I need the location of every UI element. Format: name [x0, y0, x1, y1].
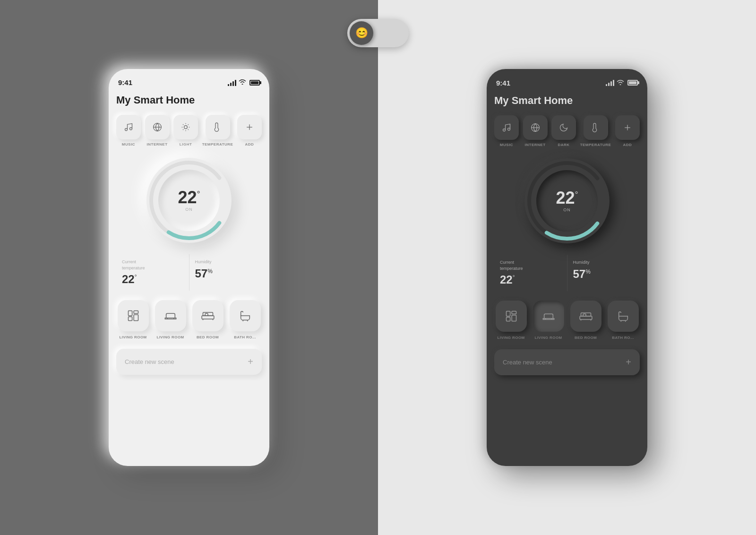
battery-fill-light [251, 81, 258, 84]
room-icon-bath-dark [608, 301, 639, 332]
room-bedroom-light[interactable]: BED ROOM [191, 300, 224, 339]
create-scene-light[interactable]: Create new scene + [116, 349, 262, 375]
sensor-humidity-label-dark: Humidity [573, 259, 635, 266]
room-label-bedroom-dark: BED ROOM [575, 336, 597, 340]
toggle-knob: 😊 [350, 21, 373, 45]
svg-rect-10 [202, 316, 214, 319]
bar1 [228, 84, 229, 86]
sensor-humidity-dark: Humidity 57% [567, 255, 640, 291]
temp-icon-light [206, 115, 230, 139]
thermostat-inner-light: 22° ON [158, 170, 220, 231]
svg-point-1 [130, 128, 132, 130]
dark-bar2 [608, 83, 610, 86]
thermostat-outer-dark: 22° ON [524, 158, 610, 243]
svg-rect-9 [134, 315, 138, 321]
room-living1-light[interactable]: LIVING ROOM [116, 300, 150, 339]
music-icon-dark [494, 115, 519, 140]
qa-temp-label-dark: TEMPERATURE [580, 143, 611, 147]
room-label-living2-light: LIVING ROOM [156, 335, 184, 339]
room-icon-living1-dark [496, 301, 527, 332]
left-background: 9:41 [0, 0, 378, 535]
room-label-living1-dark: LIVING ROOM [497, 336, 524, 340]
thermostat-inner-dark: 22° ON [536, 170, 598, 232]
room-living2-light[interactable]: LIVING ROOM [154, 300, 187, 339]
thermostat-light[interactable]: 22° ON [116, 158, 262, 243]
qa-temp-dark[interactable]: TEMPERATURE [580, 115, 611, 147]
sensor-temp-light: Currenttemperature 22° [116, 254, 189, 291]
page-title-dark: My Smart Home [494, 95, 640, 107]
qa-add-label-light: ADD [245, 142, 254, 147]
room-icon-bath-light [230, 300, 261, 331]
dark-mode-icon-dark [551, 115, 576, 140]
qa-internet-light[interactable]: INTERNET [145, 115, 170, 147]
qa-add-dark[interactable]: ADD [615, 115, 640, 147]
qa-add-light[interactable]: ADD [237, 115, 262, 147]
bar4 [235, 80, 236, 86]
qa-music-dark[interactable]: MUSIC [494, 115, 519, 147]
room-living1-dark[interactable]: LIVING ROOM [494, 301, 528, 340]
dark-bar4 [613, 80, 614, 86]
room-bath-dark[interactable]: BATH RO... [606, 301, 640, 340]
sensor-humidity-light: Humidity 57% [189, 254, 262, 291]
rooms-row-dark: LIVING ROOM LIVING ROOM [494, 301, 640, 340]
svg-rect-6 [128, 311, 132, 316]
qa-dark-dark[interactable]: DARK [551, 115, 576, 147]
room-living2-dark[interactable]: LIVING ROOM [532, 301, 565, 340]
room-label-bath-light: BATH RO... [234, 335, 256, 339]
qa-music-label-light: MUSIC [122, 142, 135, 147]
battery-fill-dark [629, 81, 636, 84]
signal-bars-dark [606, 79, 614, 86]
create-scene-text-light: Create new scene [125, 358, 174, 365]
status-icons-dark [606, 78, 638, 87]
status-bar-light: 9:41 [116, 78, 262, 86]
sensor-temp-value-light: 22° [122, 273, 183, 286]
room-icon-living2-dark [533, 301, 564, 332]
room-bath-light[interactable]: BATH RO... [228, 300, 262, 339]
qa-light-light[interactable]: LIGHT [173, 115, 198, 147]
room-label-bedroom-light: BED ROOM [197, 335, 219, 339]
room-bedroom-dark[interactable]: BED ROOM [569, 301, 602, 340]
sensor-temp-label-dark: Currenttemperature [500, 259, 561, 271]
thermostat-value-dark: 22° [556, 190, 578, 207]
status-bar-dark: 9:41 [494, 78, 640, 87]
svg-rect-7 [128, 317, 132, 321]
svg-point-11 [503, 129, 506, 131]
dark-bar3 [610, 81, 612, 86]
bar2 [230, 83, 232, 86]
thermostat-outer-light: 22° ON [146, 158, 232, 243]
thermostat-status-dark: ON [563, 207, 571, 212]
create-scene-dark[interactable]: Create new scene + [494, 349, 640, 375]
quick-actions-dark: MUSIC INTERNET [494, 115, 640, 147]
qa-internet-dark[interactable]: INTERNET [523, 115, 548, 147]
thermostat-value-light: 22° [178, 189, 200, 206]
phone-light: 9:41 [109, 69, 269, 466]
sensor-humidity-value-dark: 57% [573, 268, 635, 281]
add-icon-dark [615, 115, 640, 140]
qa-music-light[interactable]: MUSIC [116, 115, 141, 147]
svg-rect-17 [506, 318, 510, 321]
qa-music-label-dark: MUSIC [500, 143, 513, 147]
qa-internet-label-dark: INTERNET [525, 143, 546, 147]
svg-rect-20 [580, 316, 592, 319]
thermostat-dark[interactable]: 22° ON [494, 158, 640, 243]
qa-light-label-light: LIGHT [180, 142, 192, 147]
room-label-bath-dark: BATH RO... [612, 336, 634, 340]
sensor-temp-dark: Currenttemperature 22° [494, 255, 567, 291]
right-background: 9:41 [378, 0, 756, 535]
dark-bar1 [606, 84, 607, 86]
sensor-humidity-value-light: 57% [195, 267, 257, 280]
internet-icon-dark [523, 115, 548, 140]
status-time-light: 9:41 [118, 78, 132, 86]
music-icon-light [116, 115, 141, 139]
create-scene-plus-dark: + [626, 357, 631, 368]
create-scene-text-dark: Create new scene [503, 359, 552, 366]
status-time-dark: 9:41 [496, 79, 510, 87]
qa-temp-light[interactable]: TEMPERATURE [202, 115, 233, 147]
create-scene-plus-light: + [248, 356, 253, 367]
svg-rect-16 [506, 311, 510, 317]
wifi-icon-light [239, 79, 246, 86]
status-icons-light [228, 79, 260, 86]
sensor-temp-value-dark: 22° [500, 273, 561, 286]
light-icon-light [173, 115, 198, 139]
theme-toggle[interactable]: 😊 [347, 19, 409, 47]
